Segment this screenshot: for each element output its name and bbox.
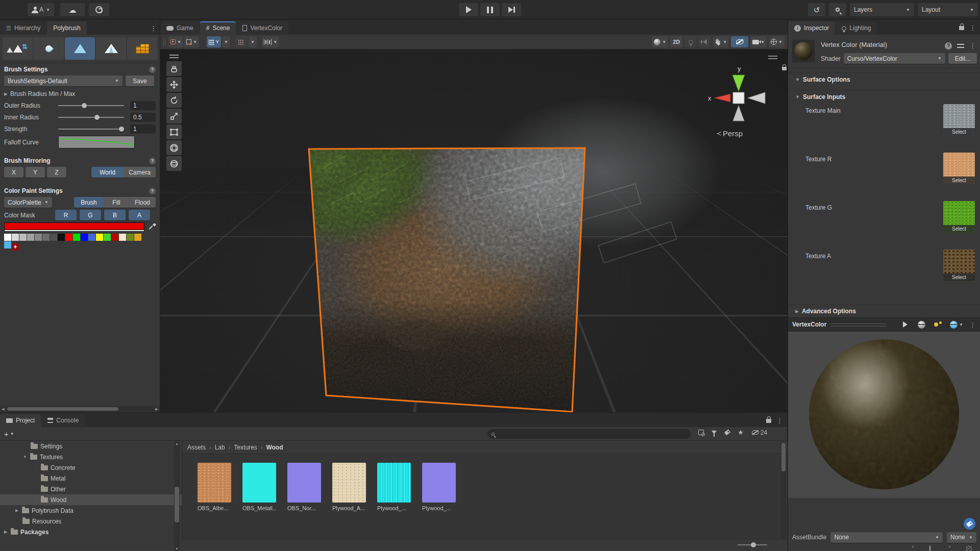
preview-menu-icon[interactable]: ⋮ — [969, 321, 976, 329]
horizontal-scrollbar[interactable]: ◀ ▶ — [0, 406, 160, 412]
undo-history-button[interactable]: ↺ — [808, 3, 825, 16]
package-icon[interactable] — [929, 546, 937, 551]
scrollbar-thumb[interactable] — [7, 407, 118, 411]
help-icon[interactable]: ? — [945, 42, 952, 49]
tree-item-settings[interactable]: Settings — [0, 441, 182, 452]
color-swatch[interactable] — [127, 234, 134, 241]
cloud-services-button[interactable]: ☁ — [60, 3, 85, 16]
foldout-arrow-icon[interactable]: ▶ — [3, 530, 8, 534]
mask-g-button[interactable]: G — [80, 210, 101, 220]
asset-obs-normal[interactable]: OBS_Nor... — [287, 463, 321, 511]
axis-neg-y-cone[interactable] — [733, 106, 744, 121]
orientation-gizmo[interactable]: y x ≺ Persp — [707, 64, 773, 151]
plastic-scm-button[interactable] — [89, 3, 109, 16]
scatter-prefab-mode-button[interactable] — [127, 37, 157, 60]
paint-texture-mode-button[interactable] — [96, 37, 126, 60]
play-button[interactable] — [459, 3, 478, 16]
scroll-right-icon[interactable]: ▶ — [154, 407, 160, 411]
transform-tool-button[interactable] — [166, 140, 182, 155]
paint-color-mode-button[interactable] — [65, 37, 95, 60]
foldout-arrow-icon[interactable]: ▶ — [14, 508, 19, 513]
current-color-swatch[interactable] — [4, 222, 144, 230]
preview-play-button[interactable] — [899, 321, 911, 328]
perspective-toggle[interactable]: ≺ Persp — [716, 129, 743, 138]
help-icon[interactable]: ? — [149, 66, 156, 73]
assets-scrollbar[interactable] — [781, 442, 786, 539]
axis-gizmo[interactable]: y x — [707, 64, 773, 130]
tree-item-textures[interactable]: ▼ Textures — [0, 452, 182, 462]
paint-mode-flood-button[interactable]: Flood — [129, 197, 156, 208]
preview-drag-handle[interactable] — [830, 323, 887, 327]
material-thumbnail[interactable] — [792, 40, 815, 62]
color-swatch[interactable] — [4, 241, 11, 248]
pause-button[interactable] — [480, 3, 500, 16]
tree-item-packages[interactable]: ▶ Packages — [0, 527, 182, 537]
check-circle-icon[interactable]: ✓ — [966, 546, 973, 551]
tab-lighting[interactable]: Lighting — [836, 21, 877, 35]
tab-scene[interactable]: # Scene — [200, 21, 236, 35]
tree-scrollbar[interactable]: ▲ ▼ — [174, 441, 180, 551]
select-texture-button[interactable]: Select — [943, 177, 975, 184]
breadcrumb-wood[interactable]: Wood — [266, 444, 283, 451]
tree-item-resources[interactable]: Resources — [0, 516, 182, 527]
color-palette-dropdown[interactable]: ColorPalette ▼ — [4, 197, 52, 208]
help-icon[interactable]: ? — [149, 158, 156, 164]
material-preview-area[interactable] — [788, 332, 980, 498]
edit-shader-button[interactable]: Edit... — [948, 53, 977, 64]
assetbundle-dropdown[interactable]: None ▼ — [830, 532, 943, 543]
breadcrumb-textures[interactable]: Textures — [234, 444, 257, 451]
shading-mode-button[interactable]: ▼ — [652, 36, 668, 47]
rotate-tool-button[interactable] — [166, 93, 182, 108]
advanced-options-foldout[interactable]: ▶ Advanced Options — [788, 304, 980, 317]
falloff-curve-field[interactable] — [58, 136, 135, 148]
mirror-space-camera-button[interactable]: Camera — [124, 167, 156, 178]
create-asset-button[interactable]: + — [4, 430, 9, 438]
outer-radius-value[interactable]: 1 — [130, 101, 156, 110]
tab-inspector[interactable]: i Inspector — [788, 21, 835, 35]
tree-item-wood[interactable]: Wood — [0, 494, 182, 505]
scene-viewport[interactable]: y x ≺ Persp — [160, 49, 788, 428]
mirror-space-world-button[interactable]: World — [91, 167, 124, 178]
tab-hierarchy[interactable]: ☰ Hierarchy — [0, 21, 46, 35]
color-swatch[interactable] — [50, 234, 57, 241]
step-button[interactable] — [502, 3, 521, 16]
snap-increment-button[interactable]: ▼ — [262, 36, 279, 47]
select-texture-button[interactable]: Select — [943, 128, 975, 136]
color-swatch[interactable] — [27, 234, 34, 241]
lock-icon[interactable] — [766, 419, 771, 423]
strength-value[interactable]: 1 — [130, 124, 156, 134]
tab-project[interactable]: Project — [0, 414, 41, 427]
scene-audio-toggle[interactable] — [699, 36, 711, 47]
asset-plywood-normal[interactable]: Plywood_... — [422, 463, 456, 511]
camera-settings-button[interactable]: ▼ — [750, 36, 767, 47]
color-swatch[interactable] — [19, 234, 27, 241]
move-tool-button[interactable] — [166, 77, 182, 92]
tab-polybrush[interactable]: Polybrush — [47, 21, 86, 35]
surface-inputs-foldout[interactable]: ▼ Surface Inputs — [788, 90, 980, 103]
asset-plywood-albedo[interactable]: Plywood_A... — [332, 463, 366, 511]
color-swatch[interactable] — [111, 234, 118, 241]
lock-icon[interactable] — [782, 67, 787, 70]
scene-visibility-toggle[interactable] — [731, 36, 748, 47]
tree-item-other[interactable]: Other — [0, 484, 182, 494]
axis-x-cone[interactable] — [714, 94, 730, 102]
2d-toggle-button[interactable]: 2D — [670, 36, 682, 47]
chevron-down-icon[interactable]: ▼ — [10, 432, 14, 436]
panel-menu-icon[interactable]: ⋮ — [776, 417, 783, 424]
view-tool-button[interactable] — [166, 61, 182, 76]
material-preview-header[interactable]: VertexColor ▼ ⋮ — [788, 317, 980, 332]
tool-handle-position-button[interactable]: ▼ — [168, 36, 183, 47]
color-swatch[interactable] — [65, 234, 72, 241]
preview-environment-button[interactable]: ▼ — [948, 321, 965, 329]
sculpt-mode-button[interactable]: ⇅ — [3, 37, 33, 60]
scale-tool-button[interactable] — [166, 109, 182, 123]
paint-mode-brush-button[interactable]: Brush — [74, 197, 104, 208]
rect-tool-button[interactable] — [166, 124, 182, 139]
shader-dropdown[interactable]: Curso/VertexColor ▼ — [844, 53, 945, 64]
grid-visibility-button[interactable]: Y — [207, 36, 221, 47]
axis-z-cone[interactable] — [748, 92, 765, 104]
effects-toggle-button[interactable]: ▼ — [713, 36, 729, 47]
mask-b-button[interactable]: B — [104, 210, 126, 220]
selected-cube-mesh[interactable] — [160, 49, 788, 413]
surface-options-foldout[interactable]: ▼ Surface Options — [788, 72, 980, 86]
